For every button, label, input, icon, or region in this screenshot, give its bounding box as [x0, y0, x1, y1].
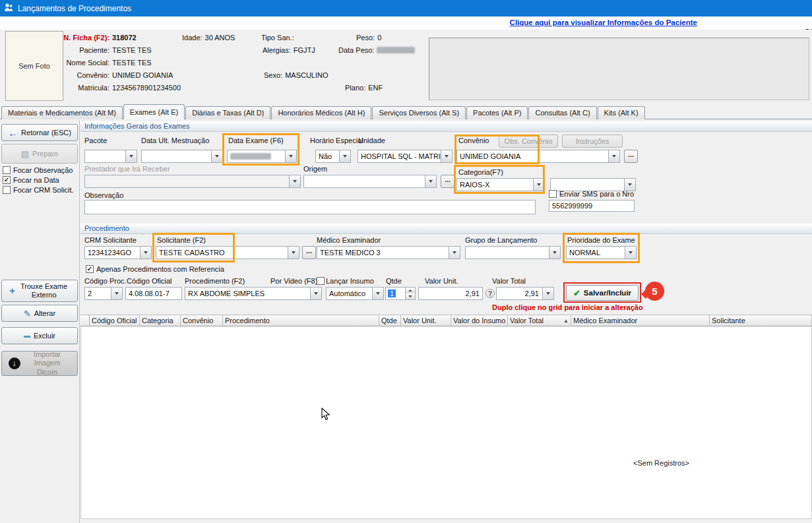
grupo-lancamento-select[interactable] [465, 246, 561, 259]
codigo-proc-select[interactable]: 2 [84, 287, 123, 300]
procedimento-group-header: Procedimento [80, 224, 812, 234]
patient-observation-panel [429, 38, 809, 100]
grid-empty-text: <Sem Registros> [633, 459, 689, 467]
data-peso-field: Data Peso: [338, 46, 415, 54]
qtde-stepper[interactable]: 1 [385, 287, 416, 300]
plus-icon: + [9, 286, 15, 295]
alterar-button[interactable]: ✎ Alterar [1, 305, 78, 322]
nome-social-value: TESTE TES [112, 59, 152, 67]
lancar-insumo-label: Lançar Insumo [326, 277, 374, 285]
ficha-label: N. Ficha (F2): [59, 34, 109, 42]
plano-field: Plano: ENF [345, 84, 383, 92]
horario-especial-label: Horário Especial [310, 137, 363, 144]
salvar-incluir-button[interactable]: ✔ Salvar/Incluir [566, 285, 639, 301]
hint-text: Duplo clique no grid para iniciar a alte… [492, 303, 643, 311]
importar-dicom-button[interactable]: ↓ Importar Imagem Dicom [1, 351, 78, 376]
grid-header-valor-unit[interactable]: Valor Unit. [401, 315, 451, 326]
chevron-down-icon [339, 150, 350, 162]
tab-pacotes[interactable]: Pacotes (Alt P) [466, 106, 528, 119]
tab-servicos[interactable]: Serviços Diversos (Alt S) [372, 106, 466, 119]
checkbox-box [549, 190, 557, 198]
grid-header-valor-total[interactable]: Valor Total▲ [508, 315, 571, 326]
focar-crm-checkbox[interactable]: Focar CRM Solicit. [3, 186, 74, 194]
observacao-input[interactable] [84, 200, 536, 214]
enviar-sms-checkbox[interactable]: Enviar SMS para o Nro [549, 190, 634, 198]
procedimentos-grid[interactable] [80, 326, 812, 519]
peso-value: 0 [377, 34, 381, 42]
unidade-select[interactable]: HOSPITAL SQL - MATRIZ [358, 150, 453, 163]
app-window: Lançamentos de Procedimentos Clique aqui… [0, 0, 812, 523]
data-ult-label: Data Ult. Mestruação [141, 137, 209, 144]
chevron-down-icon [608, 150, 619, 162]
instrucoes-button[interactable]: Instruções [562, 135, 623, 148]
trouxe-exame-button[interactable]: + Trouxe Exame Externo [1, 280, 78, 302]
crm-solicitante-select[interactable]: 12341234GO [84, 246, 152, 259]
focar-observacao-checkbox[interactable]: Focar Observação [3, 166, 73, 174]
valor-total-label: Valor Total [492, 277, 526, 285]
focar-na-data-checkbox[interactable]: ✓ Focar na Data [3, 176, 59, 184]
grid-header-medico[interactable]: Médico Examinador [571, 315, 710, 326]
grid-header-codigo-oficial[interactable]: Código Oficial [90, 315, 140, 326]
download-circle-icon: ↓ [9, 357, 20, 369]
origem-browse-button[interactable]: ... [441, 175, 454, 188]
sms-number-input[interactable]: 5562999999 [549, 200, 635, 212]
chevron-down-icon [211, 150, 222, 162]
valor-unit-input[interactable]: 2,91 [418, 287, 483, 300]
excluir-button[interactable]: ▬ Excluir [1, 327, 78, 344]
codigo-proc-label: Código Proc. [84, 277, 127, 285]
medico-examinador-select[interactable]: TESTE MEDICO 3 [317, 246, 460, 259]
matricula-value: 12345678901234500 [112, 84, 181, 92]
grid-header-qtde[interactable]: Qtde [379, 315, 401, 326]
apenas-referencia-checkbox[interactable]: ✓ Apenas Procedimentos com Referencia [86, 265, 224, 273]
origem-select[interactable] [303, 175, 437, 188]
ficha-value: 318072 [112, 34, 137, 42]
categoria-select[interactable]: RAIOS-X [456, 178, 545, 191]
origem-label: Origem [303, 165, 327, 173]
grid-header-solicitante[interactable]: Solicitante [710, 315, 812, 326]
data-ult-select[interactable] [141, 150, 223, 163]
tab-materiais[interactable]: Materiais e Medicamentos (Alt M) [1, 106, 123, 119]
spinner-down-icon[interactable] [406, 293, 415, 299]
check-icon: ✓ [87, 266, 92, 272]
tab-honorarios[interactable]: Honorários Médicos (Alt H) [271, 106, 371, 119]
tab-kits[interactable]: Kits (Alt K) [598, 106, 645, 119]
grid-header-categoria[interactable]: Categoria [140, 315, 181, 326]
horario-especial-select[interactable]: Não [315, 150, 351, 163]
grid-header-procedimento[interactable]: Procedimento [223, 315, 379, 326]
patient-info-link[interactable]: Clique aqui para visualizar Informações … [510, 18, 697, 26]
solicitante-select[interactable]: TESTE CADASTRO [156, 246, 299, 259]
prioridade-label: Prioridade do Exame [567, 236, 635, 244]
obs-convenio-button[interactable]: Obs. Convênio [499, 135, 558, 148]
tab-exames[interactable]: Exames (Alt E) [123, 104, 185, 119]
tab-diarias[interactable]: Diárias e Taxas (Alt D) [185, 106, 270, 119]
grid-header-convenio[interactable]: Convênio [181, 315, 223, 326]
valor-total-field[interactable]: 2,91 [496, 287, 554, 300]
prestador-select[interactable] [84, 175, 301, 188]
procedimento-label: Procedimento (F2) [185, 277, 245, 285]
por-video-label: Por Video (F8) [270, 277, 317, 285]
help-icon[interactable]: ? [485, 289, 495, 298]
chevron-down-icon [449, 247, 460, 259]
lancar-insumo-select[interactable]: Automático [326, 287, 384, 300]
convenio-browse-button[interactable]: ... [624, 150, 638, 163]
preparo-button[interactable]: ▤ Preparo [1, 144, 78, 164]
codigo-oficial-input[interactable]: 4.08.08.01-7 [125, 287, 182, 300]
chevron-down-icon [111, 288, 122, 299]
categoria-extra-select[interactable] [550, 178, 636, 191]
convenio-exame-select[interactable]: UNIMED GOIANIA [456, 150, 620, 163]
qtde-label: Qtde [386, 277, 402, 285]
pacote-select[interactable] [84, 150, 137, 163]
tab-consultas[interactable]: Consultas (Alt C) [528, 106, 596, 119]
solicitante-browse-button[interactable]: ... [302, 246, 316, 259]
procedimento-select[interactable]: RX ABDOME SIMPLES [185, 287, 322, 300]
spinner-up-icon[interactable] [406, 288, 415, 293]
grid-header-valor-insumo[interactable]: Valor do Insumo [451, 315, 508, 326]
retornar-button[interactable]: ← Retornar (ESC) [1, 124, 78, 141]
data-exame-select[interactable] [227, 150, 297, 163]
por-video-checkbox[interactable] [317, 277, 325, 285]
checkbox-box [3, 166, 11, 174]
window-title: Lançamentos de Procedimentos [18, 4, 131, 13]
prioridade-select[interactable]: NORMAL [566, 246, 637, 259]
data-exame-label: Data Exame (F6) [228, 137, 284, 144]
idade-field: Idade: 30 ANOS [182, 34, 235, 42]
